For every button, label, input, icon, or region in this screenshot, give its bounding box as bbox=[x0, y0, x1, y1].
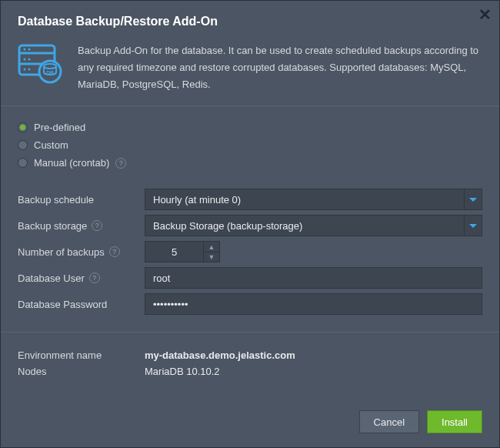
header-section: DB Backup Add-On for the database. It ca… bbox=[1, 38, 499, 106]
help-icon[interactable]: ? bbox=[89, 272, 100, 283]
row-backup-storage: Backup storage ? Backup Storage (backup-… bbox=[18, 215, 482, 236]
row-backup-schedule: Backup schedule Hourly (at minute 0) bbox=[18, 189, 482, 210]
radio-label: Pre-defined bbox=[34, 122, 85, 133]
help-icon[interactable]: ? bbox=[92, 220, 102, 231]
svg-point-2 bbox=[24, 48, 26, 51]
label-backup-storage: Backup storage ? bbox=[18, 220, 145, 232]
backup-schedule-dropdown[interactable]: Hourly (at minute 0) bbox=[145, 189, 482, 210]
schedule-type-group: Pre-defined Custom Manual (crontab) ? bbox=[1, 106, 499, 178]
number-of-backups-input[interactable] bbox=[145, 241, 203, 262]
radio-label: Custom bbox=[34, 139, 68, 151]
description-text: Backup Add-On for the database. It can b… bbox=[78, 42, 482, 93]
dropdown-value: Hourly (at minute 0) bbox=[145, 189, 464, 210]
spinner-buttons: ▲ ▼ bbox=[203, 241, 220, 262]
help-icon[interactable]: ? bbox=[115, 158, 126, 169]
label-backup-schedule: Backup schedule bbox=[18, 194, 145, 206]
label-nodes: Nodes bbox=[18, 366, 145, 377]
backup-storage-dropdown[interactable]: Backup Storage (backup-storage) bbox=[145, 215, 482, 236]
radio-custom[interactable]: Custom bbox=[18, 136, 482, 154]
close-icon[interactable]: ✕ bbox=[478, 5, 492, 24]
svg-point-7 bbox=[24, 69, 26, 71]
install-button[interactable]: Install bbox=[427, 410, 482, 433]
label-db-user: Database User ? bbox=[18, 272, 145, 284]
db-user-input[interactable] bbox=[145, 267, 482, 289]
label-db-password: Database Password bbox=[18, 299, 145, 310]
row-nodes: Nodes MariaDB 10.10.2 bbox=[18, 366, 482, 377]
spinner-up-icon[interactable]: ▲ bbox=[204, 242, 219, 252]
svg-text:DB: DB bbox=[46, 70, 54, 75]
row-db-password: Database Password bbox=[18, 293, 482, 315]
dropdown-value: Backup Storage (backup-storage) bbox=[145, 215, 464, 236]
radio-icon bbox=[18, 158, 28, 168]
label-text: Backup storage bbox=[18, 220, 87, 232]
label-env-name: Environment name bbox=[18, 349, 145, 361]
label-text: Database Password bbox=[18, 299, 107, 310]
db-password-input[interactable] bbox=[145, 293, 482, 315]
cancel-button[interactable]: Cancel bbox=[359, 410, 419, 433]
svg-point-8 bbox=[28, 69, 31, 71]
row-number-of-backups: Number of backups ? ▲ ▼ bbox=[18, 241, 482, 262]
value-env-name: my-database.demo.jelastic.com bbox=[145, 349, 295, 361]
form-area: Backup schedule Hourly (at minute 0) Bac… bbox=[1, 178, 499, 332]
svg-point-3 bbox=[28, 48, 31, 51]
number-of-backups-stepper: ▲ ▼ bbox=[145, 241, 222, 262]
label-text: Backup schedule bbox=[18, 194, 94, 206]
dialog: ✕ Database Backup/Restore Add-On DB Back… bbox=[0, 0, 500, 448]
chevron-down-icon[interactable] bbox=[464, 215, 482, 236]
button-bar: Cancel Install bbox=[359, 410, 482, 433]
help-icon[interactable]: ? bbox=[109, 246, 120, 257]
radio-manual-crontab[interactable]: Manual (crontab) ? bbox=[18, 154, 482, 172]
environment-section: Environment name my-database.demo.jelast… bbox=[1, 332, 499, 394]
svg-point-4 bbox=[24, 59, 26, 61]
spinner-down-icon[interactable]: ▼ bbox=[204, 252, 219, 262]
label-number-of-backups: Number of backups ? bbox=[18, 246, 145, 258]
label-text: Number of backups bbox=[18, 246, 105, 258]
value-nodes: MariaDB 10.10.2 bbox=[145, 366, 220, 377]
radio-predefined[interactable]: Pre-defined bbox=[18, 119, 482, 136]
svg-point-5 bbox=[28, 59, 31, 61]
dialog-title: Database Backup/Restore Add-On bbox=[1, 1, 499, 38]
row-db-user: Database User ? bbox=[18, 267, 482, 289]
database-backup-icon: DB bbox=[18, 42, 64, 85]
radio-label: Manual (crontab) bbox=[34, 157, 109, 169]
label-text: Database User bbox=[18, 272, 85, 284]
radio-icon bbox=[18, 122, 28, 132]
chevron-down-icon[interactable] bbox=[464, 189, 482, 210]
row-env-name: Environment name my-database.demo.jelast… bbox=[18, 349, 482, 361]
radio-icon bbox=[18, 140, 28, 150]
